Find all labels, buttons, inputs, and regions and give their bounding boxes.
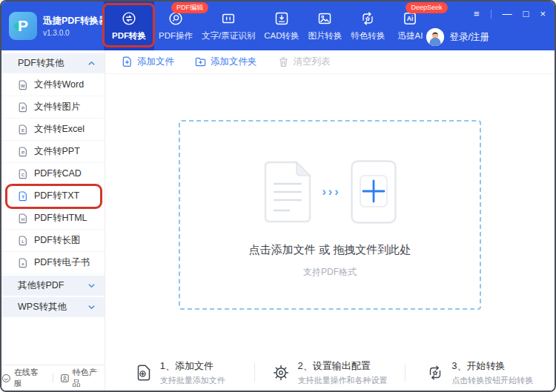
maximize-button[interactable]: □ (523, 9, 529, 19)
sidebar-item-pdf-to-txt[interactable]: T PDF转TXT (1, 185, 105, 207)
tab-label: 迅捷AI (398, 30, 423, 41)
section-label: 其他转PDF (18, 279, 64, 292)
featured-products-icon (60, 373, 70, 383)
document-icon (263, 161, 312, 223)
tab-label: PDF操作 (159, 30, 193, 41)
clear-list-button[interactable]: 清空列表 (278, 56, 331, 68)
txt-doc-icon: T (18, 191, 28, 202)
cad-doc-icon: C (18, 169, 28, 179)
tab-label: PDF转换 (112, 30, 146, 41)
window-controls: ≡ — □ × (474, 9, 546, 19)
sidebar-item-label: PDF转TXT (34, 190, 79, 202)
pdf-edit-badge: PDF编辑 (171, 2, 208, 13)
sidebar-section-wps-to-other[interactable]: WPS转其他 (1, 297, 105, 317)
sidebar-item-pdf-to-long-image[interactable]: L PDF转长图 (1, 230, 105, 252)
sidebar-item-label: 文件转图片 (34, 101, 81, 113)
add-file-button[interactable]: 添加文件 (122, 56, 174, 68)
gear-icon (272, 364, 290, 382)
trash-icon (278, 56, 289, 67)
online-service-label: 在线客服 (14, 367, 46, 389)
add-folder-icon (195, 56, 206, 67)
sidebar-item-pdf-to-cad[interactable]: C PDF转CAD (1, 163, 105, 185)
sidebar-item-file-to-word[interactable]: W 文件转Word (1, 74, 105, 96)
customer-service-icon (1, 373, 11, 383)
footer-divider (53, 373, 53, 382)
sidebar-item-file-to-ppt[interactable]: P 文件转PPT (1, 141, 105, 163)
svg-text:P: P (21, 105, 24, 110)
sidebar-item-file-to-excel[interactable]: E 文件转Excel (1, 119, 105, 141)
avatar (426, 28, 444, 46)
word-doc-icon: W (18, 80, 28, 90)
logo-letter: P (18, 17, 28, 35)
tab-special-convert[interactable]: 特色转换 (346, 1, 389, 50)
sidebar-item-label: PDF转HTML (34, 212, 87, 225)
login-button[interactable]: 登录/注册 (426, 28, 489, 46)
app-header: P 迅捷PDF转换器 v1.3.0.0 PDF转换 PDF编辑 PDF操作 (1, 1, 555, 50)
featured-products-button[interactable]: 特色产品 (60, 367, 105, 389)
add-folder-button[interactable]: 添加文件夹 (195, 56, 257, 68)
tab-label: 文字/票证识别 (202, 30, 255, 41)
tab-cad-convert[interactable]: CAD转换 (259, 1, 303, 50)
sidebar-footer: 在线客服 特色产品 (1, 365, 105, 391)
minimize-button[interactable]: — (503, 9, 512, 19)
steps-bar: 1、添加文件 支持批量添加文件 2、设置输出配置 支持批量操作和各种设置 (105, 355, 555, 391)
chevron-up-icon (87, 59, 96, 67)
step-text: 2、设置输出配置 支持批量操作和各种设置 (297, 359, 387, 386)
app-logo-icon: P (9, 12, 37, 40)
sidebar-item-label: 文件转Word (34, 79, 84, 91)
tab-pdf-operate[interactable]: PDF编辑 PDF操作 (154, 1, 197, 50)
triple-arrow-icon: ››› (322, 185, 341, 199)
app-version: v1.3.0.0 (43, 29, 108, 37)
sidebar-section-other-to-pdf[interactable]: 其他转PDF (1, 276, 105, 296)
cad-convert-icon (274, 10, 290, 27)
step-subtitle: 支持批量添加文件 (160, 375, 225, 386)
svg-text:C: C (21, 172, 25, 177)
main-content: ››› 点击添加文件 或 拖拽文件到此处 支持PDF格式 (105, 74, 555, 355)
svg-text:L: L (21, 239, 24, 244)
step-title: 3、开始转换 (451, 359, 533, 373)
dropzone-main-text: 点击添加文件 或 拖拽文件到此处 (249, 243, 411, 257)
ocr-ticket-icon (220, 10, 236, 27)
pdf-convert-icon (121, 10, 137, 27)
online-service-button[interactable]: 在线客服 (1, 367, 46, 389)
sidebar-item-file-to-image[interactable]: P 文件转图片 (1, 96, 105, 119)
image-doc-icon: P (18, 102, 28, 113)
svg-text:W: W (21, 83, 25, 88)
add-file-icon (122, 56, 133, 67)
header-tabs: PDF转换 PDF编辑 PDF操作 文字/票证识别 CAD转换 (104, 1, 431, 50)
svg-text:T: T (21, 194, 24, 199)
close-button[interactable]: × (540, 9, 546, 19)
special-convert-icon (360, 10, 376, 27)
chevron-down-icon (87, 303, 96, 311)
step-text: 3、开始转换 点击转换按钮开始转换 (451, 359, 533, 386)
chevron-down-icon (87, 282, 96, 290)
sidebar-item-pdf-to-ebook[interactable]: e PDF转电子书 (1, 252, 105, 274)
menu-icon[interactable]: ≡ (474, 9, 480, 19)
add-folder-label: 添加文件夹 (211, 56, 257, 68)
ppt-doc-icon: P (18, 147, 28, 157)
tab-label: 图片转换 (308, 30, 342, 41)
file-dropzone[interactable]: ››› 点击添加文件 或 拖拽文件到此处 支持PDF格式 (179, 120, 481, 310)
tab-xunjie-ai[interactable]: DeepSeek Ai 迅捷AI (389, 1, 431, 50)
svg-text:e: e (21, 261, 24, 266)
tab-image-convert[interactable]: 图片转换 (303, 1, 346, 50)
app-title: 迅捷PDF转换器 (43, 15, 108, 27)
html-doc-icon: H (18, 213, 28, 224)
sidebar-item-pdf-to-html[interactable]: H PDF转HTML (1, 207, 105, 230)
main-panel: 添加文件 添加文件夹 清空列表 (105, 50, 555, 391)
sidebar-section-pdf-to-other[interactable]: PDF转其他 (1, 53, 105, 73)
tab-label: 特色转换 (351, 30, 385, 41)
featured-products-label: 特色产品 (73, 367, 105, 389)
svg-text:E: E (21, 127, 24, 133)
app-logo-area: P 迅捷PDF转换器 v1.3.0.0 (1, 1, 104, 50)
add-file-label: 添加文件 (137, 56, 174, 68)
convert-cycle-star-icon (426, 364, 444, 382)
step-title: 1、添加文件 (160, 359, 225, 373)
tab-pdf-convert[interactable]: PDF转换 (104, 1, 154, 50)
sidebar-item-label: PDF转长图 (34, 234, 81, 247)
clear-list-label: 清空列表 (294, 56, 331, 68)
step-start-convert: 3、开始转换 点击转换按钮开始转换 (406, 359, 555, 386)
login-label: 登录/注册 (450, 31, 489, 44)
sidebar-item-label: 文件转PPT (34, 145, 80, 158)
step-text: 1、添加文件 支持批量添加文件 (160, 359, 225, 386)
